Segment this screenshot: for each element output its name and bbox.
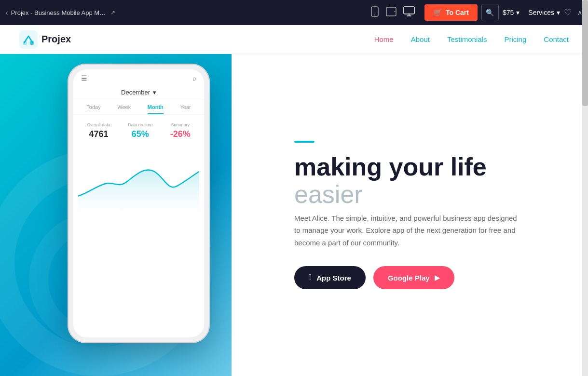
top-bar: ‹ Projex - Business Mobile App Multipurp… — [0, 0, 588, 25]
svg-point-1 — [374, 14, 375, 15]
svg-rect-5 — [19, 30, 38, 49]
phone-dropdown-chevron: ▾ — [153, 89, 156, 96]
wishlist-button[interactable]: ♡ — [564, 7, 572, 18]
accent-line — [294, 141, 315, 143]
phone-dropdown: December ▾ — [73, 85, 204, 100]
right-section: making your life easier Meet Alice. The … — [256, 54, 588, 376]
nav-about[interactable]: About — [411, 35, 430, 43]
googleplay-label: Google Play — [388, 274, 430, 282]
mobile-device-icon[interactable] — [370, 6, 379, 19]
nav-contact[interactable]: Contact — [544, 35, 569, 43]
phone-stat-overall: Overall data 4761 — [87, 122, 110, 139]
svg-point-3 — [394, 11, 395, 12]
nav-pricing[interactable]: Pricing — [504, 35, 526, 43]
phone-stat-ontime: Data on time 65% — [128, 122, 152, 139]
services-chevron-icon: ▾ — [557, 9, 560, 16]
top-bar-left: ‹ Projex - Business Mobile App Multipurp… — [6, 9, 361, 16]
price-label: $75 — [503, 9, 514, 16]
scrollbar-thumb[interactable] — [582, 0, 588, 106]
cta-buttons:  App Store Google Play ▶ — [294, 266, 559, 289]
phone-tabs: Today Week Month Year — [73, 100, 204, 115]
device-switcher — [370, 6, 415, 19]
phone-tab-month[interactable]: Month — [148, 104, 164, 114]
nav-home[interactable]: Home — [374, 35, 394, 43]
search-icon: 🔍 — [486, 9, 494, 16]
external-link-icon[interactable]: ↗ — [110, 9, 115, 16]
phone-tab-year[interactable]: Year — [180, 104, 191, 114]
phone-month-label: December — [121, 89, 150, 96]
cart-button[interactable]: 🛒 To Cart — [424, 4, 478, 21]
phone-inner: ☰ ⌕ December ▾ Today Week Month — [73, 69, 204, 337]
nav-links: Home About Testimonials Pricing Contact — [374, 35, 569, 43]
svg-rect-4 — [404, 7, 414, 14]
logo-icon — [19, 30, 38, 49]
phone-tab-week[interactable]: Week — [117, 104, 131, 114]
main-content: ☰ ⌕ December ▾ Today Week Month — [0, 54, 588, 376]
back-button[interactable]: ‹ — [6, 9, 8, 16]
googleplay-button[interactable]: Google Play ▶ — [373, 266, 454, 289]
phone-mockup: ☰ ⌕ December ▾ Today Week Month — [68, 64, 210, 343]
phone-chart — [73, 143, 204, 211]
tablet-device-icon[interactable] — [386, 6, 397, 19]
phone-search-icon: ⌕ — [192, 74, 196, 82]
cart-label: To Cart — [446, 9, 469, 16]
phone-dropdown-btn[interactable]: December ▾ — [121, 89, 156, 96]
svg-rect-6 — [23, 41, 27, 45]
scrollbar-track[interactable] — [582, 0, 588, 376]
services-label: Services — [528, 9, 554, 16]
apple-icon:  — [309, 273, 312, 282]
phone-stat-summary-value: -26% — [170, 129, 191, 139]
logo-text: Projex — [41, 34, 71, 45]
phone-stat-summary-label: Summary — [170, 122, 191, 127]
tab-title: Projex - Business Mobile App Multipurpos… — [11, 9, 108, 16]
left-section: ☰ ⌕ December ▾ Today Week Month — [0, 54, 256, 376]
cart-icon: 🛒 — [433, 8, 442, 17]
play-icon: ▶ — [435, 274, 440, 282]
services-button[interactable]: Services ▾ — [528, 9, 560, 16]
hero-heading-light: easier — [294, 180, 363, 208]
appstore-button[interactable]:  App Store — [294, 266, 366, 289]
nav-testimonials[interactable]: Testimonials — [447, 35, 487, 43]
phone-stat-summary: Summary -26% — [170, 122, 191, 139]
logo[interactable]: Projex — [19, 30, 71, 49]
price-button[interactable]: $75 ▾ — [503, 9, 520, 16]
svg-rect-7 — [30, 41, 34, 45]
heart-icon: ♡ — [564, 8, 572, 17]
search-button[interactable]: 🔍 — [481, 4, 499, 21]
phone-hamburger-icon: ☰ — [81, 74, 87, 82]
phone-stat-overall-label: Overall data — [87, 122, 110, 127]
hero-heading: making your life easier — [294, 153, 559, 208]
phone-stat-ontime-label: Data on time — [128, 122, 152, 127]
phone-stat-overall-value: 4761 — [87, 129, 110, 139]
appstore-label: App Store — [316, 274, 351, 282]
chart-svg — [78, 147, 199, 211]
phone-top-bar: ☰ ⌕ — [73, 69, 204, 85]
phone-stats: Overall data 4761 Data on time 65% Summa… — [73, 115, 204, 143]
desktop-device-icon[interactable] — [403, 6, 415, 19]
hero-description: Meet Alice. The simple, intuitive, and p… — [294, 212, 521, 249]
top-bar-right: ♡ ∧ — [564, 7, 582, 18]
chevron-down-icon: ▾ — [516, 9, 520, 16]
navbar: Projex Home About Testimonials Pricing C… — [0, 25, 588, 54]
collapse-button[interactable]: ∧ — [577, 9, 582, 16]
phone-stat-ontime-value: 65% — [128, 129, 152, 139]
collapse-icon: ∧ — [577, 9, 582, 16]
phone-tab-today[interactable]: Today — [86, 104, 100, 114]
phone-frame: ☰ ⌕ December ▾ Today Week Month — [68, 64, 210, 343]
hero-heading-bold: making your life — [294, 153, 487, 181]
